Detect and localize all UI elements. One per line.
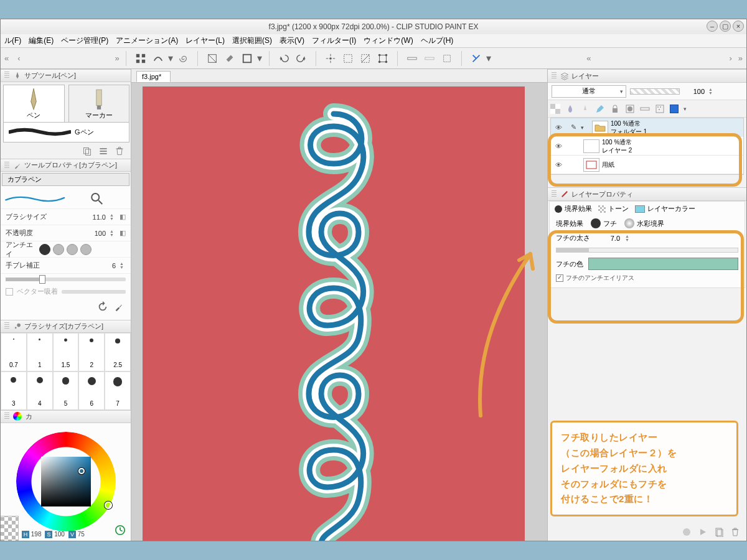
document-tab[interactable]: f3.jpg* bbox=[136, 71, 171, 82]
trash-icon[interactable] bbox=[730, 527, 740, 537]
lp-opt-edge[interactable]: フチ bbox=[591, 218, 617, 228]
brush-size-cell[interactable]: 1.5 bbox=[53, 333, 79, 371]
layer-droplet-icon[interactable] bbox=[565, 104, 575, 114]
frame-caret[interactable]: ▾ bbox=[256, 50, 263, 67]
snap-caret[interactable]: ▾ bbox=[486, 50, 492, 67]
layer-row-folder[interactable]: 👁✎▾100 %通常フォルダー 1 bbox=[551, 118, 743, 137]
layer-row-paper[interactable]: 👁用紙 bbox=[551, 156, 743, 174]
marquee-icon[interactable] bbox=[340, 50, 356, 67]
brush-size-cell[interactable]: 2.5 bbox=[105, 333, 131, 371]
ql-caret[interactable]: ▾ bbox=[167, 50, 174, 67]
menu-filter[interactable]: フィルター(I) bbox=[312, 35, 356, 46]
layer-checker-icon[interactable] bbox=[550, 104, 560, 114]
color-history-icon[interactable] bbox=[115, 525, 126, 536]
vector-snap-check[interactable]: ベクター吸着 bbox=[1, 284, 131, 299]
spiral-icon[interactable] bbox=[175, 50, 191, 67]
brush-size-cell[interactable]: 0.7 bbox=[1, 333, 27, 371]
color-wheel[interactable] bbox=[16, 432, 116, 531]
layer-pencil-icon[interactable] bbox=[595, 104, 605, 114]
prop-stabilization[interactable]: 手ブレ補正 6 ▲▼ bbox=[1, 257, 131, 273]
layer-color-swatch[interactable] bbox=[670, 105, 679, 113]
prop-antialias[interactable]: アンチエイ bbox=[1, 241, 131, 257]
menu-window[interactable]: ウィンドウ(W) bbox=[364, 35, 413, 46]
opacity-spinner[interactable]: ▲▼ bbox=[110, 230, 116, 237]
brush-preset-row[interactable]: Gペン bbox=[3, 122, 129, 142]
menu-file[interactable]: ル(F) bbox=[4, 35, 21, 46]
lp-tab-border[interactable]: 境界効果 bbox=[555, 204, 592, 213]
layerprop-panel-header[interactable]: レイヤープロパティ bbox=[548, 187, 746, 201]
play-next-icon[interactable] bbox=[698, 527, 708, 537]
left-panel-collapse[interactable]: « bbox=[4, 54, 9, 63]
layer-tone-icon[interactable] bbox=[655, 104, 665, 114]
vector-slider[interactable] bbox=[62, 290, 126, 294]
lp-edge-thickness[interactable]: フチの太さ 7.0 ▲▼ bbox=[550, 231, 745, 245]
menu-help[interactable]: ヘルプ(H) bbox=[421, 35, 454, 46]
layer-edit-icon[interactable]: ✎ bbox=[566, 123, 581, 131]
prop-opacity[interactable]: 不透明度 100 ▲▼ ◧ bbox=[1, 225, 131, 241]
subtool-tab-marker[interactable]: マーカー bbox=[68, 85, 130, 122]
menu-animation[interactable]: アニメーション(A) bbox=[116, 35, 178, 46]
folder-caret-icon[interactable]: ▾ bbox=[581, 124, 590, 131]
layer-ruler-icon[interactable] bbox=[640, 104, 650, 114]
copy-subtool-icon[interactable] bbox=[82, 146, 92, 156]
subtool-tab-pen[interactable]: ペン bbox=[3, 85, 65, 122]
menu-layer[interactable]: レイヤー(L) bbox=[186, 35, 225, 46]
layer-opacity-spinner[interactable]: ▲▼ bbox=[708, 88, 713, 95]
new-doc-icon[interactable] bbox=[714, 527, 724, 537]
brushsize-panel-header[interactable]: ブラシサイズ[カブラペン] bbox=[1, 320, 131, 333]
brush-size-cell[interactable]: 1 bbox=[27, 333, 53, 371]
lp-edge-aa-check[interactable]: ✓ フチのアンチエイリアス bbox=[550, 273, 745, 284]
subtool-panel-header[interactable]: サブツール[ペン] bbox=[1, 69, 131, 82]
ruler1-icon[interactable] bbox=[404, 50, 420, 67]
color-panel-header[interactable]: カ bbox=[1, 410, 131, 423]
layer-color-caret[interactable]: ▾ bbox=[684, 106, 687, 112]
menu-view[interactable]: 表示(V) bbox=[280, 35, 304, 46]
left-panel-prev[interactable]: ‹ bbox=[17, 54, 20, 63]
play-prev-icon[interactable] bbox=[682, 527, 692, 537]
lp-thick-slider[interactable] bbox=[556, 248, 738, 253]
select-move-icon[interactable] bbox=[322, 50, 339, 67]
delete-subtool-icon[interactable] bbox=[115, 146, 125, 156]
subtool-menu-icon[interactable] bbox=[98, 146, 108, 156]
layer-visibility-icon[interactable]: 👁 bbox=[551, 161, 566, 169]
lp-tab-layercolor[interactable]: レイヤーカラー bbox=[635, 204, 695, 213]
color-square[interactable] bbox=[41, 457, 91, 506]
brush-size-cell[interactable]: 7 bbox=[105, 371, 131, 410]
layer-panel-header[interactable]: レイヤー bbox=[548, 69, 746, 83]
clear-icon[interactable] bbox=[204, 50, 220, 67]
layer-lock-icon[interactable] bbox=[610, 104, 620, 114]
brush-size-cell[interactable]: 4 bbox=[27, 371, 53, 410]
menu-selection[interactable]: 選択範囲(S) bbox=[232, 35, 272, 46]
reload-icon[interactable] bbox=[97, 301, 108, 312]
lp-color-swatch[interactable] bbox=[588, 258, 738, 270]
aa-options[interactable] bbox=[39, 244, 92, 255]
ruler3-icon[interactable] bbox=[439, 50, 455, 67]
grid-view-icon[interactable] bbox=[133, 50, 149, 67]
magnifier-icon[interactable] bbox=[66, 191, 128, 206]
stab-spinner[interactable]: ▲▼ bbox=[120, 262, 126, 269]
right-panel-next[interactable]: › bbox=[729, 54, 731, 63]
transform-icon[interactable] bbox=[375, 50, 391, 67]
deselect-icon[interactable] bbox=[357, 50, 374, 67]
layer-row[interactable]: 👁100 %通常レイヤー 2 bbox=[551, 137, 743, 156]
layer-light-icon[interactable] bbox=[580, 104, 590, 114]
close-button[interactable]: × bbox=[733, 21, 744, 32]
ruler2-icon[interactable] bbox=[421, 50, 438, 67]
color-ring-handle[interactable] bbox=[105, 502, 112, 509]
redo-icon[interactable] bbox=[293, 50, 309, 67]
size-spinner[interactable]: ▲▼ bbox=[110, 213, 116, 221]
layer-visibility-icon[interactable]: 👁 bbox=[551, 142, 566, 150]
brush-size-cell[interactable]: 5 bbox=[53, 371, 79, 410]
layer-visibility-icon[interactable]: 👁 bbox=[551, 124, 566, 131]
toolprop-panel-header[interactable]: ツールプロパティ[カブラペン] bbox=[1, 159, 131, 172]
menu-page[interactable]: ページ管理(P) bbox=[61, 35, 108, 46]
minimize-button[interactable]: – bbox=[707, 21, 718, 32]
brush-size-cell[interactable]: 2 bbox=[78, 333, 105, 371]
lp-tab-tone[interactable]: トーン bbox=[598, 204, 629, 213]
brush-size-cell[interactable]: 3 bbox=[1, 371, 27, 410]
blend-mode-select[interactable]: 通常 bbox=[552, 85, 626, 98]
layer-opacity-slider[interactable] bbox=[630, 88, 680, 95]
brush-size-cell[interactable]: 6 bbox=[78, 371, 105, 410]
canvas-viewport[interactable] bbox=[131, 83, 547, 541]
size-link-icon[interactable]: ◧ bbox=[120, 213, 126, 221]
